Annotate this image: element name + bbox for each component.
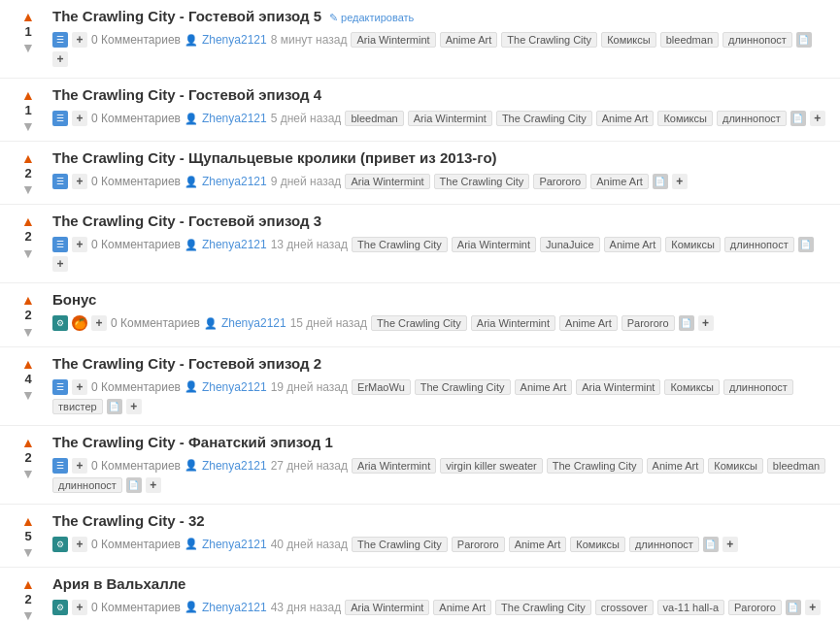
add-button-2[interactable]: + <box>52 256 68 272</box>
add-button[interactable]: + <box>72 537 87 552</box>
add-button[interactable]: + <box>72 32 87 48</box>
file-icon[interactable]: 📄 <box>653 174 668 189</box>
comments-link[interactable]: 0 Комментариев <box>91 238 181 251</box>
vote-up-button[interactable]: ▲ <box>21 577 35 591</box>
post-title[interactable]: The Crawling City - 32 <box>52 512 205 529</box>
post-tag[interactable]: Anime Art <box>604 237 662 252</box>
post-tag[interactable]: длиннопост <box>723 379 793 395</box>
comments-link[interactable]: 0 Комментариев <box>91 459 181 473</box>
post-tag[interactable]: Anime Art <box>515 379 573 395</box>
comments-link[interactable]: 0 Комментариев <box>91 538 181 551</box>
meta-list-icon[interactable]: ☰ <box>52 379 68 395</box>
post-tag[interactable]: Aria Wintermint <box>345 174 429 189</box>
file-icon[interactable]: 📄 <box>790 111 806 126</box>
user-link[interactable]: Zhenya2121 <box>202 538 267 551</box>
vote-up-button[interactable]: ▲ <box>21 357 35 371</box>
post-tag[interactable]: The Crawling City <box>352 237 448 252</box>
post-tag[interactable]: va-11 hall-a <box>657 600 724 615</box>
file-icon[interactable]: 📄 <box>107 399 122 414</box>
comments-link[interactable]: 0 Комментариев <box>91 175 181 188</box>
vote-up-button[interactable]: ▲ <box>21 10 35 23</box>
vote-down-button[interactable]: ▼ <box>21 608 35 622</box>
post-tag[interactable]: Anime Art <box>596 111 655 126</box>
add-button[interactable]: + <box>72 458 87 474</box>
vote-down-button[interactable]: ▼ <box>21 545 35 559</box>
user-link[interactable]: Zhenya2121 <box>202 33 267 47</box>
post-tag[interactable]: Anime Art <box>590 174 649 189</box>
post-tag[interactable]: The Crawling City <box>547 458 643 474</box>
meta-list-icon[interactable]: ☰ <box>52 111 68 126</box>
comments-link[interactable]: 0 Комментариев <box>91 380 181 394</box>
vote-down-button[interactable]: ▼ <box>21 41 35 54</box>
meta-list-icon[interactable]: ☰ <box>52 458 68 474</box>
add-button-2[interactable]: + <box>698 315 714 331</box>
file-icon[interactable]: 📄 <box>126 477 142 493</box>
vote-up-button[interactable]: ▲ <box>21 293 35 307</box>
vote-down-button[interactable]: ▼ <box>21 246 35 260</box>
add-button[interactable]: + <box>72 237 87 252</box>
add-button-2[interactable]: + <box>805 600 821 615</box>
post-tag[interactable]: Parororo <box>622 315 675 331</box>
post-tag[interactable]: Aria Wintermint <box>352 458 436 474</box>
post-title[interactable]: The Crawling City - Гостевой эпизод 4 <box>52 86 321 103</box>
post-title[interactable]: Ария в Вальхалле <box>52 575 185 592</box>
post-tag[interactable]: JunaJuice <box>540 237 600 252</box>
vote-down-button[interactable]: ▼ <box>21 325 35 339</box>
post-tag[interactable]: Anime Art <box>647 458 705 474</box>
post-tag[interactable]: Parororo <box>533 174 587 189</box>
post-tag[interactable]: Anime Art <box>509 537 567 552</box>
vote-up-button[interactable]: ▲ <box>21 214 35 228</box>
post-tag[interactable]: bleedman <box>345 111 403 126</box>
post-tag[interactable]: Aria Wintermint <box>345 600 429 615</box>
post-tag[interactable]: Parororo <box>728 600 782 615</box>
post-tag[interactable]: The Crawling City <box>434 174 530 189</box>
add-button[interactable]: + <box>72 174 87 189</box>
post-tag[interactable]: bleedman <box>660 32 719 48</box>
post-tag[interactable]: ErMaoWu <box>352 379 411 395</box>
user-link[interactable]: Zhenya2121 <box>221 316 286 330</box>
post-tag[interactable]: длиннопост <box>717 111 787 126</box>
meta-list-icon[interactable]: ⚙ <box>52 315 68 331</box>
vote-up-button[interactable]: ▲ <box>21 436 35 449</box>
user-link[interactable]: Zhenya2121 <box>202 238 267 251</box>
post-tag[interactable]: твистер <box>52 399 103 414</box>
post-tag[interactable]: The Crawling City <box>415 379 511 395</box>
post-tag[interactable]: Aria Wintermint <box>576 379 660 395</box>
post-title[interactable]: Бонус <box>52 291 96 308</box>
add-button[interactable]: + <box>72 111 87 126</box>
meta-list-icon[interactable]: ☰ <box>52 174 68 189</box>
post-tag[interactable]: Parororo <box>452 537 505 552</box>
post-tag[interactable]: Комиксы <box>664 379 720 395</box>
add-button-2[interactable]: + <box>672 174 688 189</box>
vote-down-button[interactable]: ▼ <box>21 467 35 480</box>
edit-link[interactable]: ✎ редактировать <box>329 12 414 24</box>
add-button-2[interactable]: + <box>52 51 68 67</box>
post-tag[interactable]: virgin killer sweater <box>440 458 543 474</box>
vote-up-button[interactable]: ▲ <box>21 151 35 165</box>
post-tag[interactable]: Anime Art <box>433 600 491 615</box>
add-button-2[interactable]: + <box>146 477 161 493</box>
post-tag[interactable]: Комиксы <box>665 237 721 252</box>
post-tag[interactable]: длиннопост <box>722 32 792 48</box>
post-title[interactable]: The Crawling City - Фанатский эпизод 1 <box>52 434 333 450</box>
comments-link[interactable]: 0 Комментариев <box>91 112 181 125</box>
comments-link[interactable]: 0 Комментариев <box>91 601 181 614</box>
user-link[interactable]: Zhenya2121 <box>202 601 267 614</box>
post-title[interactable]: The Crawling City - Гостевой эпизод 5 <box>52 8 321 24</box>
post-tag[interactable]: Anime Art <box>559 315 618 331</box>
user-link[interactable]: Zhenya2121 <box>202 175 267 188</box>
post-tag[interactable]: длиннопост <box>724 237 794 252</box>
file-icon[interactable]: 📄 <box>796 32 812 48</box>
add-button-2[interactable]: + <box>126 399 142 414</box>
add-button-2[interactable]: + <box>810 111 825 126</box>
comments-link[interactable]: 0 Комментариев <box>111 316 200 330</box>
post-tag[interactable]: The Crawling City <box>501 32 597 48</box>
post-tag[interactable]: Комиксы <box>570 537 625 552</box>
file-icon[interactable]: 📄 <box>703 537 719 552</box>
meta-list-icon[interactable]: ⚙ <box>52 600 68 615</box>
file-icon[interactable]: 📄 <box>679 315 694 331</box>
comments-link[interactable]: 0 Комментариев <box>91 33 181 47</box>
post-tag[interactable]: The Crawling City <box>352 537 448 552</box>
post-tag[interactable]: длиннопост <box>629 537 699 552</box>
post-tag[interactable]: Anime Art <box>440 32 498 48</box>
